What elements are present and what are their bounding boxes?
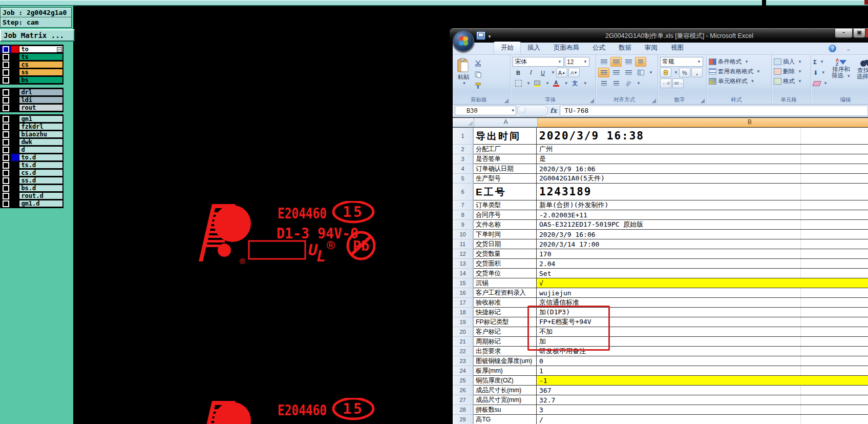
cell-label[interactable]: 分配工厂 (474, 145, 537, 154)
clipboard-dialog-launcher[interactable] (504, 99, 509, 103)
find-select-button[interactable]: 查找和选择 ▼ (855, 57, 868, 88)
layer-checkbox[interactable] (3, 69, 9, 76)
cell-label[interactable]: 交货单位 (474, 269, 537, 278)
cell-label[interactable]: 订单确认日期 (474, 164, 537, 174)
font-size-select[interactable]: 12▼ (565, 57, 589, 67)
layer-grid-icon[interactable] (57, 47, 62, 52)
layer-color-swatch[interactable] (11, 177, 19, 184)
layer-checkbox[interactable] (3, 162, 9, 169)
layer-color-swatch[interactable] (11, 76, 19, 84)
clear-button[interactable]: ▼ (813, 78, 828, 88)
cell-value[interactable]: 2.04 (537, 259, 868, 269)
cell-value[interactable]: 3 (537, 405, 868, 415)
row-number[interactable]: 19 (453, 317, 474, 327)
tab-页面布局[interactable]: 页面布局 (547, 42, 586, 54)
phonetic-button[interactable]: 文 (569, 78, 581, 88)
cell-label[interactable]: 成品尺寸宽(mm) (474, 395, 537, 405)
cell-value[interactable]: 0 (537, 356, 868, 366)
layer-row[interactable]: bs.d (1, 185, 63, 192)
wrap-text-button[interactable] (635, 57, 646, 67)
cell-label[interactable]: 交货数量 (474, 249, 537, 259)
layer-name[interactable]: ts.d (19, 161, 63, 169)
cell-label[interactable]: 交货面积 (474, 259, 537, 269)
column-header-a[interactable]: A (474, 118, 538, 127)
borders-button[interactable] (513, 78, 524, 88)
font-name-select[interactable]: 宋体▼ (513, 57, 564, 67)
row-number[interactable]: 5 (453, 174, 474, 184)
cell-label[interactable]: E工号 (474, 184, 537, 200)
comma-style-button[interactable]: , (691, 68, 703, 77)
cell-value[interactable]: Set (537, 269, 868, 278)
cell-value[interactable]: 367 (537, 386, 868, 395)
cell-value[interactable]: wujiejun (537, 288, 868, 298)
layer-row[interactable]: cs (1, 61, 63, 68)
shrink-font-button[interactable]: A▼ (568, 68, 580, 77)
row-number[interactable]: 27 (453, 395, 474, 405)
layer-color-swatch[interactable] (11, 104, 19, 111)
cell-value[interactable]: 2020/3/14 17:00 (537, 239, 868, 249)
job-matrix-button[interactable]: Job Matrix ... (0, 29, 75, 42)
excel-title-bar[interactable]: 2G0042G1A0制作单.xls [兼容模式] - Microsoft Exc… (450, 28, 868, 43)
cells-button-0[interactable]: 插入▼ (774, 57, 809, 67)
cell-label[interactable]: 下单时间 (474, 230, 537, 239)
cell-label[interactable]: 拼板数su (474, 405, 537, 415)
layer-checkbox[interactable] (3, 46, 9, 53)
row-number[interactable]: 21 (453, 337, 474, 347)
number-dialog-launcher[interactable] (701, 99, 705, 103)
layer-checkbox[interactable] (3, 54, 9, 60)
cell-label[interactable]: 成品尺寸长(mm) (474, 386, 537, 395)
align-bottom-button[interactable] (623, 57, 634, 67)
styles-button-0[interactable]: 条件格式▼ (709, 57, 769, 67)
styles-button-1[interactable]: 套用表格格式▼ (709, 67, 769, 76)
layer-checkbox[interactable] (3, 193, 9, 199)
cell-value[interactable]: 是 (537, 154, 868, 164)
layer-row[interactable]: ts.d (1, 161, 63, 169)
cell-value[interactable]: 新单(合拼)(外发制作) (537, 200, 868, 210)
layer-name[interactable]: bs.d (19, 185, 63, 192)
help-icon[interactable]: ? (829, 45, 836, 52)
minimize-button[interactable]: – (835, 29, 853, 38)
percent-style-button[interactable]: % (679, 68, 690, 77)
cell-value[interactable]: 1 (537, 366, 868, 376)
cell-value[interactable]: / (537, 415, 868, 424)
row-number[interactable]: 12 (453, 249, 474, 259)
layer-checkbox[interactable] (3, 124, 9, 130)
layer-row[interactable]: ldi (1, 96, 63, 104)
layer-row[interactable]: biaozhu (1, 131, 63, 138)
underline-button[interactable]: U (537, 68, 548, 77)
layer-checkbox[interactable] (3, 154, 9, 161)
layer-checkbox[interactable] (3, 131, 9, 138)
layer-row[interactable]: rout (1, 104, 63, 111)
layer-checkbox[interactable] (3, 185, 9, 192)
row-number[interactable]: 17 (453, 298, 474, 308)
layer-row[interactable]: to (1, 46, 63, 53)
layer-checkbox[interactable] (3, 116, 9, 123)
layer-color-swatch[interactable] (11, 138, 19, 146)
row-number[interactable]: 6 (453, 184, 474, 200)
cell-value[interactable]: 2020/3/9 16:06 (537, 230, 868, 239)
layer-name[interactable]: gm1 (19, 115, 63, 123)
accounting-format-button[interactable] (660, 68, 671, 77)
layer-color-swatch[interactable] (11, 192, 19, 199)
tab-开始[interactable]: 开始 (494, 42, 521, 54)
decrease-decimal-button[interactable]: .00→ (672, 78, 684, 88)
tab-插入[interactable]: 插入 (521, 42, 547, 54)
layer-checkbox[interactable] (3, 89, 9, 96)
layer-name[interactable]: to (19, 46, 63, 53)
layer-color-swatch[interactable] (11, 89, 19, 96)
cell-label[interactable]: 图镀铜镍金厚度(um) (474, 356, 537, 366)
layer-checkbox[interactable] (3, 77, 9, 84)
insert-function-icon[interactable]: fx (550, 107, 557, 114)
font-dialog-launcher[interactable] (590, 99, 594, 103)
cell-label[interactable]: 交货日期 (474, 239, 537, 249)
row-number[interactable]: 9 (453, 220, 474, 230)
align-left-button[interactable] (598, 68, 609, 77)
bold-button[interactable]: B (513, 68, 524, 77)
quick-access-dropdown-icon[interactable]: ▼ (488, 34, 492, 39)
ribbon-minimize-icon[interactable]: – (847, 47, 850, 53)
row-number[interactable]: 13 (453, 259, 474, 269)
format-painter-button[interactable] (472, 81, 483, 91)
align-center-button[interactable] (610, 68, 622, 77)
layer-name[interactable]: ts (19, 53, 63, 60)
name-box-dropdown-icon[interactable]: ▼ (512, 108, 514, 113)
